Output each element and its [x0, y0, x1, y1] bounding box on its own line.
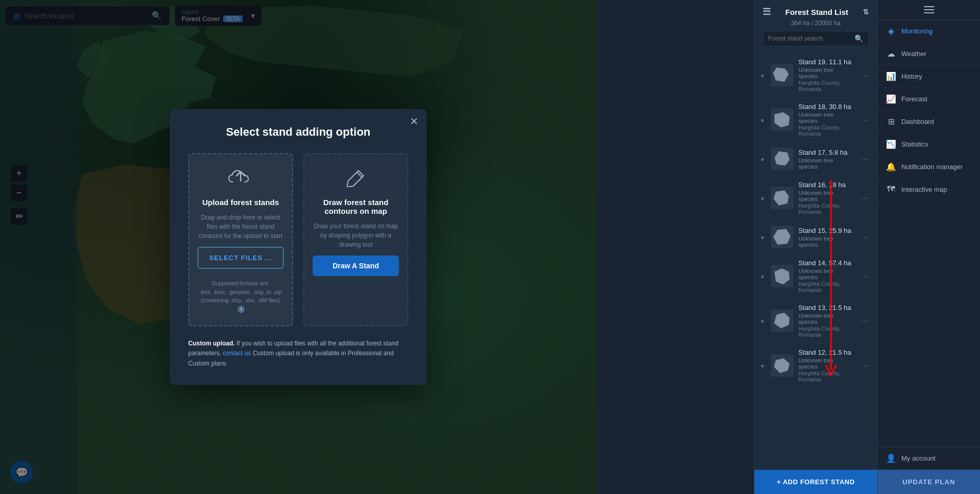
stand-search-box[interactable]: 🔍 — [763, 31, 869, 46]
stand-name: Stand 17, 5.8 ha — [798, 149, 854, 156]
stand-list-item[interactable]: ● Stand 19, 11.1 ha Unknown tree species… — [754, 53, 877, 98]
upload-option-desc: Drag-and-drop here or select files with … — [197, 213, 284, 241]
stand-more-button[interactable]: ⋯ — [859, 230, 871, 244]
stand-info: Stand 17, 5.8 ha Unknown tree species — [798, 149, 854, 170]
stand-thumbnail — [771, 187, 793, 209]
my-account-item[interactable]: 👤 My account — [878, 447, 980, 470]
stand-info: Stand 14, 57.4 ha Unknown tree species H… — [798, 259, 854, 293]
sidebar-nav: ◈ Monitoring ☁ Weather 📊 History 📈 Forec… — [878, 20, 980, 200]
stand-species: Unknown tree species — [798, 268, 854, 280]
stand-thumbnail — [771, 64, 793, 86]
stand-list-item[interactable]: ● Stand 18, 30.8 ha Unknown tree species… — [754, 98, 877, 142]
right-sidebar: ◈ Monitoring ☁ Weather 📊 History 📈 Forec… — [877, 0, 980, 494]
stand-eye-icon[interactable]: ● — [760, 194, 765, 202]
stand-more-button[interactable]: ⋯ — [859, 314, 871, 328]
nav-label-1: Weather — [901, 50, 927, 58]
stand-name: Stand 14, 57.4 ha — [798, 259, 854, 267]
stand-more-button[interactable]: ⋯ — [859, 191, 871, 205]
stand-info: Stand 12, 21.5 ha Unknown tree species H… — [798, 349, 854, 382]
stand-thumbnail — [771, 226, 793, 248]
stand-eye-icon[interactable]: ● — [760, 272, 765, 280]
stand-search-input[interactable] — [768, 35, 851, 42]
stand-thumbnail — [771, 354, 793, 377]
stand-more-button[interactable]: ⋯ — [859, 269, 871, 283]
stand-eye-icon[interactable]: ● — [760, 233, 765, 241]
stand-name: Stand 19, 11.1 ha — [798, 58, 854, 66]
stand-list-item[interactable]: ● Stand 12, 21.5 ha Unknown tree species… — [754, 343, 877, 388]
stand-location: Harghita County, Romania — [798, 124, 854, 137]
sidebar-nav-item-history[interactable]: 📊 History — [878, 65, 980, 88]
nav-icon-7: 🗺 — [886, 185, 896, 194]
sidebar-nav-item-interactive-map[interactable]: 🗺 Interactive map — [878, 178, 980, 200]
sidebar-nav-item-dashboard[interactable]: ⊞ Dashboard — [878, 111, 980, 133]
nav-icon-6: 🔔 — [886, 162, 896, 172]
stand-info: Stand 15, 25.9 ha Unknown tree species — [798, 227, 854, 248]
stand-species: Unknown tree species — [798, 157, 854, 170]
stand-eye-icon[interactable]: ● — [760, 317, 765, 325]
stand-location: Harghita County, Romania — [798, 80, 854, 92]
draw-option[interactable]: Draw forest stand contours on map Draw y… — [303, 153, 408, 326]
stand-info: Stand 16, 19 ha Unknown tree species Har… — [798, 181, 854, 215]
modal-dialog: ✕ Select stand adding option Upload fore… — [170, 109, 427, 385]
nav-label-7: Interactive map — [901, 186, 947, 193]
my-account-label: My account — [901, 454, 935, 462]
nav-label-2: History — [901, 72, 922, 80]
account-icon: 👤 — [886, 453, 896, 463]
stand-more-button[interactable]: ⋯ — [859, 152, 871, 166]
stand-search-icon[interactable]: 🔍 — [855, 34, 863, 43]
sidebar-nav-item-forecast[interactable]: 📈 Forecast — [878, 88, 980, 111]
select-files-button[interactable]: SELECT FILES ... — [197, 247, 284, 269]
stand-info: Stand 13, 21.5 ha Unknown tree species H… — [798, 304, 854, 338]
sidebar-nav-item-notification-manager[interactable]: 🔔 Notification manager — [878, 156, 980, 178]
stand-list-item[interactable]: ● Stand 13, 21.5 ha Unknown tree species… — [754, 299, 877, 343]
stand-list-panel: ☰ Forest Stand List ⇅ 364 ha / 20000 ha … — [754, 0, 877, 494]
sidebar-nav-item-weather[interactable]: ☁ Weather — [878, 43, 980, 65]
nav-label-4: Dashboard — [901, 118, 934, 125]
stand-list-items: ● Stand 19, 11.1 ha Unknown tree species… — [754, 53, 877, 470]
stand-list-item[interactable]: ● Stand 17, 5.8 ha Unknown tree species … — [754, 142, 877, 176]
stand-location: Harghita County, Romania — [798, 281, 854, 293]
nav-label-6: Notification manager — [901, 163, 963, 171]
stand-list-item[interactable]: ● Stand 15, 25.9 ha Unknown tree species… — [754, 221, 877, 254]
stand-species: Unknown tree species — [798, 313, 854, 325]
stand-eye-icon[interactable]: ● — [760, 116, 765, 124]
stand-thumbnail — [771, 108, 793, 131]
modal-title: Select stand adding option — [188, 125, 408, 139]
sidebar-nav-item-statistics[interactable]: 📉 Statistics — [878, 133, 980, 156]
modal-options: Upload forest stands Drag-and-drop here … — [188, 153, 408, 326]
nav-icon-1: ☁ — [886, 49, 896, 59]
stand-species: Unknown tree species — [798, 357, 854, 370]
stand-thumbnail — [771, 265, 793, 287]
stand-species: Unknown tree species — [798, 112, 854, 124]
nav-label-3: Forecast — [901, 95, 928, 103]
nav-label-0: Monitoring — [901, 27, 933, 35]
stand-name: Stand 16, 19 ha — [798, 181, 854, 189]
stand-location: Harghita County, Romania — [798, 370, 854, 382]
stand-eye-icon[interactable]: ● — [760, 155, 765, 163]
modal-close-button[interactable]: ✕ — [410, 116, 419, 126]
stand-thumbnail — [771, 148, 793, 170]
nav-icon-0: ◈ — [886, 26, 896, 36]
info-icon[interactable]: i — [238, 306, 245, 313]
stand-eye-icon[interactable]: ● — [760, 71, 765, 79]
draw-stand-button[interactable]: Draw A Stand — [313, 255, 399, 276]
custom-upload-text: Custom upload. If you wish to upload fil… — [188, 339, 408, 369]
stand-list-item[interactable]: ● Stand 14, 57.4 ha Unknown tree species… — [754, 254, 877, 299]
stand-info: Stand 18, 30.8 ha Unknown tree species H… — [798, 103, 854, 137]
stand-location: Harghita County, Romania — [798, 325, 854, 338]
upload-option-title: Upload forest stands — [202, 198, 279, 207]
stand-list-item[interactable]: ● Stand 16, 19 ha Unknown tree species H… — [754, 176, 877, 221]
stand-location: Harghita County, Romania — [798, 203, 854, 215]
nav-icon-3: 📈 — [886, 94, 896, 104]
stand-more-button[interactable]: ⋯ — [859, 359, 871, 373]
contact-us-link[interactable]: contact us — [223, 350, 251, 357]
stand-name: Stand 13, 21.5 ha — [798, 304, 854, 312]
update-plan-button[interactable]: UPDATE PLAN — [878, 470, 980, 494]
stand-eye-icon[interactable]: ● — [760, 362, 765, 370]
formats-text: Supported formats are: .kml, .kmz, .geoj… — [197, 279, 284, 313]
stand-name: Stand 15, 25.9 ha — [798, 227, 854, 234]
stand-more-button[interactable]: ⋯ — [859, 68, 871, 82]
upload-option[interactable]: Upload forest stands Drag-and-drop here … — [188, 153, 293, 326]
stand-more-button[interactable]: ⋯ — [859, 113, 871, 127]
add-forest-stand-button[interactable]: + ADD FOREST STAND — [754, 470, 877, 494]
